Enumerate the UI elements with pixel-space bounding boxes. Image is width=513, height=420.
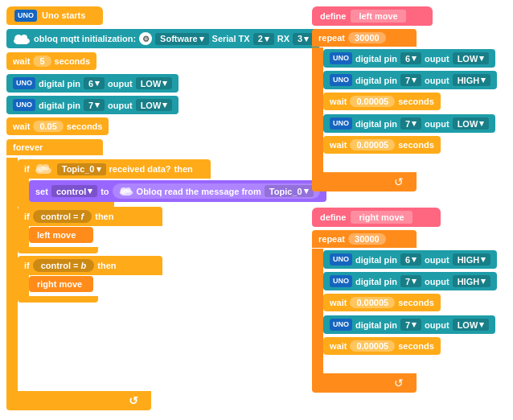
rb-pin-num-2[interactable]: 7▾ xyxy=(400,275,421,287)
obloq-read-block[interactable]: Obloq read the message from Topic_0▾ xyxy=(113,183,320,199)
define-right-move-hat[interactable]: define right move xyxy=(312,208,441,227)
if-block-3-body xyxy=(18,274,29,296)
rx-num-dropdown[interactable]: 3▾ xyxy=(293,33,314,45)
control-oval-3[interactable]: control = b xyxy=(33,259,95,272)
rt-wait-2[interactable]: wait 0.00005 seconds xyxy=(323,136,441,154)
hat-label: Uno starts xyxy=(42,10,85,20)
rb-uno-3: UNO xyxy=(330,319,352,331)
cloud-icon-1 xyxy=(35,163,52,175)
func-name-right: right move xyxy=(351,211,412,224)
rt-pin-val-2[interactable]: HIGH▾ xyxy=(453,74,491,86)
rx-label: RX xyxy=(277,34,289,43)
rb-pin-num-3[interactable]: 7▾ xyxy=(400,319,421,331)
if-block-1-body xyxy=(18,179,29,200)
define-left-move-hat[interactable]: define left move xyxy=(312,6,433,26)
wait-block-2[interactable]: wait 0.05 seconds xyxy=(6,117,109,135)
svg-point-5 xyxy=(43,164,49,171)
set-block[interactable]: set control▾ to Obloq read the message f… xyxy=(29,180,326,202)
if-block-2-bottom xyxy=(18,247,98,253)
rt-wait-1[interactable]: wait 0.00005 seconds xyxy=(323,93,441,110)
rb-wait-val-1[interactable]: 0.00005 xyxy=(350,297,395,308)
rb-pin-val-3[interactable]: LOW▾ xyxy=(453,319,490,331)
obloq-init-block[interactable]: obloq mqtt initialization: ⚙ Software▾ S… xyxy=(6,29,320,48)
repeat-val-left[interactable]: 30000 xyxy=(348,32,386,43)
wait-unit-1: seconds xyxy=(55,56,91,66)
rb-digital-pin-3[interactable]: UNO digital pin 7▾ ouput LOW▾ xyxy=(323,315,495,334)
wait-val-1[interactable]: 5 xyxy=(33,56,51,67)
rb-digital-pin-2[interactable]: UNO digital pin 7▾ ouput HIGH▾ xyxy=(323,272,497,290)
if-block-3-bottom xyxy=(18,296,98,303)
forever-block-bottom: ↺ xyxy=(6,391,151,410)
tx-num-dropdown[interactable]: 2▾ xyxy=(253,33,274,45)
forever-body xyxy=(6,158,18,391)
right-move-label: right move xyxy=(37,279,82,289)
rt-pin-num-1[interactable]: 6▾ xyxy=(400,52,421,64)
rb-wait-unit-1: seconds xyxy=(398,298,434,307)
rt-pin-num-2[interactable]: 7▾ xyxy=(400,74,421,86)
rt-wait-val-2[interactable]: 0.00005 xyxy=(350,139,395,150)
obloq-label: obloq mqtt initialization: xyxy=(34,34,136,43)
forever-label: forever xyxy=(13,142,43,152)
repeat-val-right[interactable]: 30000 xyxy=(348,233,386,245)
rb-wait-2[interactable]: wait 0.00005 seconds xyxy=(323,337,441,355)
rt-wait-val-1[interactable]: 0.00005 xyxy=(350,96,395,107)
gear-setting[interactable]: ⚙ xyxy=(139,32,152,45)
control-oval-2[interactable]: control = f xyxy=(33,210,92,223)
rb-uno-1: UNO xyxy=(330,253,352,266)
rt-pin-val-1[interactable]: LOW▾ xyxy=(453,52,490,64)
wait-label-2: wait xyxy=(13,121,30,131)
hat-uno-starts[interactable]: UNO Uno starts xyxy=(6,6,103,25)
svg-point-2 xyxy=(21,35,27,41)
forever-block-top[interactable]: forever xyxy=(6,139,103,155)
topic-dropdown-1[interactable]: Topic_0▾ xyxy=(57,163,106,175)
control-dropdown[interactable]: control▾ xyxy=(51,185,97,197)
rt-digital-pin-2[interactable]: UNO digital pin 7▾ ouput HIGH▾ xyxy=(323,71,497,89)
rt-wait-unit-2: seconds xyxy=(398,140,434,150)
pin-num-dropdown-2[interactable]: 7▾ xyxy=(84,99,105,111)
if-block-2-top[interactable]: if control = f then xyxy=(18,207,162,226)
pin-val-dropdown-2[interactable]: LOW▾ xyxy=(136,99,173,111)
left-move-label: left move xyxy=(37,230,76,240)
digital-pin-block-2[interactable]: UNO digital pin 7▾ ouput LOW▾ xyxy=(6,96,179,114)
rb-wait-val-2[interactable]: 0.00005 xyxy=(350,340,395,352)
if-block-2-body xyxy=(18,225,29,247)
digital-pin-block-1[interactable]: UNO digital pin 6▾ ouput LOW▾ xyxy=(6,74,179,93)
rb-pin-val-2[interactable]: HIGH▾ xyxy=(453,275,491,287)
rb-wait-1[interactable]: wait 0.00005 seconds xyxy=(323,294,441,311)
repeat-left-body xyxy=(312,47,323,172)
left-move-block[interactable]: left move xyxy=(29,227,93,243)
func-name-left: left move xyxy=(351,10,405,23)
rt-pin-num-3[interactable]: 7▾ xyxy=(400,117,421,130)
repeat-bottom-top[interactable]: repeat 30000 xyxy=(312,230,417,248)
uno-badge-2: UNO xyxy=(13,99,35,111)
pin-num-dropdown-1[interactable]: 6▾ xyxy=(84,77,105,89)
right-move-block[interactable]: right move xyxy=(29,276,93,292)
if-block-1-top[interactable]: if Topic_0▾ received data? then xyxy=(18,159,211,179)
if-block-3-top[interactable]: if control = b then xyxy=(18,256,162,275)
repeat-right-bottom: ↺ xyxy=(312,373,417,393)
wait-unit-2: seconds xyxy=(67,121,103,131)
repeat-right-body xyxy=(312,249,323,373)
cloud-icon-2 xyxy=(119,186,133,197)
rt-digital-pin-1[interactable]: UNO digital pin 6▾ ouput LOW▾ xyxy=(323,49,495,68)
repeat-top-left[interactable]: repeat 30000 xyxy=(312,29,417,47)
software-dropdown[interactable]: Software▾ xyxy=(155,33,208,45)
wait-val-2[interactable]: 0.05 xyxy=(33,121,63,132)
rt-uno-3: UNO xyxy=(330,117,352,130)
pin-val-dropdown-1[interactable]: LOW▾ xyxy=(136,77,173,89)
cloud-obloq xyxy=(13,33,31,44)
svg-point-8 xyxy=(125,187,131,192)
wait-block-1[interactable]: wait 5 seconds xyxy=(6,52,96,70)
rt-uno-1: UNO xyxy=(330,52,352,64)
wait-label-1: wait xyxy=(13,56,30,66)
rt-pin-val-3[interactable]: LOW▾ xyxy=(453,117,490,130)
rb-digital-pin-1[interactable]: UNO digital pin 6▾ ouput HIGH▾ xyxy=(323,250,497,269)
rb-pin-num-1[interactable]: 6▾ xyxy=(400,253,421,266)
topic-read-dropdown[interactable]: Topic_0▾ xyxy=(265,185,314,197)
uno-badge-hat: UNO xyxy=(14,10,37,22)
uno-badge-1: UNO xyxy=(13,77,35,89)
rb-pin-val-1[interactable]: HIGH▾ xyxy=(453,253,491,266)
rt-digital-pin-3[interactable]: UNO digital pin 7▾ ouput LOW▾ xyxy=(323,114,495,133)
serial-tx-label: Serial TX xyxy=(212,34,250,43)
repeat-left-bottom: ↺ xyxy=(312,172,417,191)
